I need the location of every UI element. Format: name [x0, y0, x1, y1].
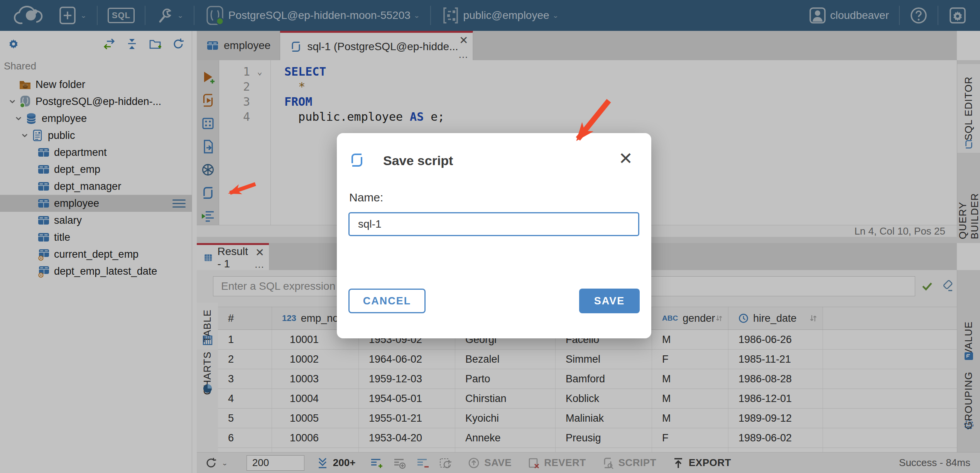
- close-dialog-icon[interactable]: ✕: [618, 150, 633, 167]
- name-field-label: Name:: [349, 191, 383, 204]
- cancel-button[interactable]: CANCEL: [348, 289, 426, 313]
- save-script-dialog-icon: [348, 152, 365, 169]
- dialog-title: Save script: [383, 153, 453, 168]
- script-name-input[interactable]: [348, 212, 639, 236]
- save-button[interactable]: SAVE: [579, 289, 640, 313]
- cloudbeaver-app: ⌄ SQL ⌄ PostgreSQL@ep-hidden-moon-55203 …: [0, 0, 980, 473]
- save-script-dialog: Save script ✕ Name: CANCEL SAVE: [337, 133, 651, 338]
